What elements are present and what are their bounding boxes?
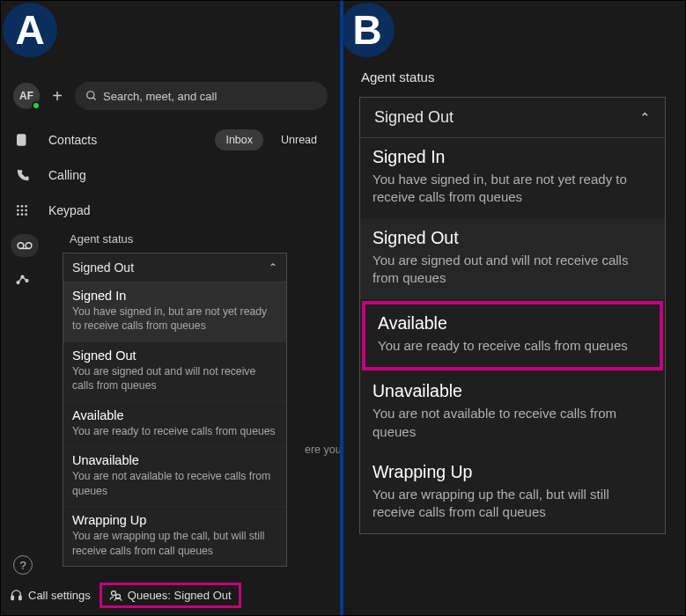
nav-calling[interactable]: Calling	[1, 158, 340, 193]
search-icon	[85, 90, 98, 102]
avatar-initials: AF	[19, 90, 33, 102]
svg-point-10	[25, 209, 27, 212]
search-input[interactable]: Search, meet, and call	[75, 82, 328, 110]
status-option-signed-in[interactable]: Signed In You have signed in, but are no…	[63, 282, 286, 342]
call-settings-button[interactable]: Call settings	[8, 585, 92, 605]
svg-point-13	[25, 213, 27, 216]
svg-rect-3	[26, 136, 28, 138]
status-option-desc: You are ready to receive calls from queu…	[378, 337, 647, 355]
marker-a: A	[3, 3, 57, 57]
svg-rect-2	[17, 134, 26, 146]
add-button[interactable]: +	[48, 86, 66, 106]
svg-rect-4	[26, 139, 28, 141]
keypad-icon	[13, 203, 31, 217]
status-option-available[interactable]: Available You are ready to receive calls…	[63, 402, 286, 447]
nav-keypad[interactable]: Keypad	[1, 193, 340, 228]
agent-status-selected: Signed Out	[72, 260, 134, 275]
svg-rect-20	[11, 596, 14, 599]
svg-point-14	[18, 243, 24, 249]
svg-point-22	[111, 591, 115, 596]
avatar[interactable]: AF	[13, 83, 40, 109]
svg-point-8	[17, 209, 19, 212]
status-option-desc: You have signed in, but are not yet read…	[72, 304, 277, 334]
status-option-signed-out-b[interactable]: Signed Out You are signed out and will n…	[360, 219, 665, 300]
chevron-up-icon: ⌃	[639, 110, 651, 126]
status-option-title: Wrapping Up	[72, 513, 277, 527]
nav-contacts[interactable]: Contacts Inbox Unread	[1, 122, 340, 158]
pill-unread[interactable]: Unread	[270, 129, 328, 150]
agent-status-select-b[interactable]: Signed Out ⌃ Signed In You have signed i…	[359, 97, 666, 534]
status-option-title: Unavailable	[373, 381, 653, 401]
call-settings-label: Call settings	[28, 589, 91, 602]
voicemail-icon	[11, 234, 39, 257]
status-option-desc: You are signed out and will not receive …	[373, 252, 653, 288]
queues-status-label: Queues: Signed Out	[128, 589, 232, 602]
status-option-desc: You are ready to receive calls from queu…	[72, 424, 277, 438]
help-button[interactable]: ?	[13, 555, 33, 575]
svg-point-6	[21, 205, 24, 208]
agent-status-selected-b: Signed Out	[374, 108, 454, 127]
svg-point-12	[21, 213, 24, 216]
status-option-unavailable[interactable]: Unavailable You are not available to rec…	[63, 447, 286, 507]
analytics-icon	[13, 272, 31, 287]
status-option-signed-in-b[interactable]: Signed In You have signed in, but are no…	[360, 138, 665, 219]
status-option-desc: You are signed out and will not receive …	[72, 364, 277, 393]
agent-status-select-header[interactable]: Signed Out ⌃	[63, 253, 286, 282]
status-option-desc: You are not available to receive calls f…	[373, 405, 653, 441]
status-option-desc: You have signed in, but are not yet read…	[373, 171, 653, 207]
nav-keypad-label: Keypad	[48, 203, 328, 217]
status-option-wrapping-up[interactable]: Wrapping Up You are wrapping up the call…	[63, 507, 286, 566]
svg-point-7	[25, 205, 27, 208]
pill-inbox[interactable]: Inbox	[215, 129, 263, 150]
agent-status-title-b: Agent status	[361, 70, 675, 84]
presence-indicator	[32, 101, 41, 110]
search-placeholder: Search, meet, and call	[103, 90, 217, 103]
agent-status-panel: Agent status Signed Out ⌃ Signed In You …	[63, 225, 287, 567]
agent-status-select[interactable]: Signed Out ⌃ Signed In You have signed i…	[63, 253, 287, 567]
status-option-available-b[interactable]: Available You are ready to receive calls…	[362, 301, 663, 370]
nav-contacts-label: Contacts	[48, 133, 197, 147]
svg-point-0	[87, 92, 94, 99]
contacts-icon	[13, 132, 31, 148]
nav-calling-label: Calling	[48, 168, 328, 182]
status-option-title: Signed Out	[373, 228, 653, 248]
agent-status-select-header-b[interactable]: Signed Out ⌃	[360, 98, 665, 138]
status-option-desc: You are wrapping up the call, but will s…	[72, 529, 277, 558]
queues-icon	[109, 589, 122, 602]
status-option-title: Available	[72, 408, 277, 422]
status-option-title: Signed In	[373, 147, 653, 167]
status-option-unavailable-b[interactable]: Unavailable You are not available to rec…	[360, 372, 665, 453]
svg-point-15	[26, 243, 32, 249]
background-text: ere you'll	[305, 444, 343, 456]
phone-icon	[13, 168, 31, 183]
status-option-desc: You are not available to receive calls f…	[72, 469, 277, 498]
status-option-title: Available	[378, 313, 647, 334]
svg-point-5	[17, 205, 19, 208]
svg-point-9	[21, 209, 24, 212]
status-option-desc: You are wrapping up the call, but will s…	[373, 486, 653, 522]
status-option-wrapping-up-b[interactable]: Wrapping Up You are wrapping up the call…	[360, 453, 665, 534]
status-option-title: Unavailable	[72, 453, 277, 467]
status-option-title: Wrapping Up	[373, 462, 653, 482]
status-option-signed-out[interactable]: Signed Out You are signed out and will n…	[63, 342, 286, 402]
queues-status-button[interactable]: Queues: Signed Out	[100, 583, 241, 608]
headset-icon	[10, 589, 23, 602]
svg-rect-21	[19, 596, 22, 599]
agent-status-title: Agent status	[63, 225, 287, 253]
status-option-title: Signed In	[72, 289, 277, 303]
svg-line-1	[93, 98, 96, 100]
chevron-up-icon: ⌃	[269, 261, 277, 274]
status-option-title: Signed Out	[72, 348, 277, 363]
svg-point-11	[17, 213, 19, 216]
